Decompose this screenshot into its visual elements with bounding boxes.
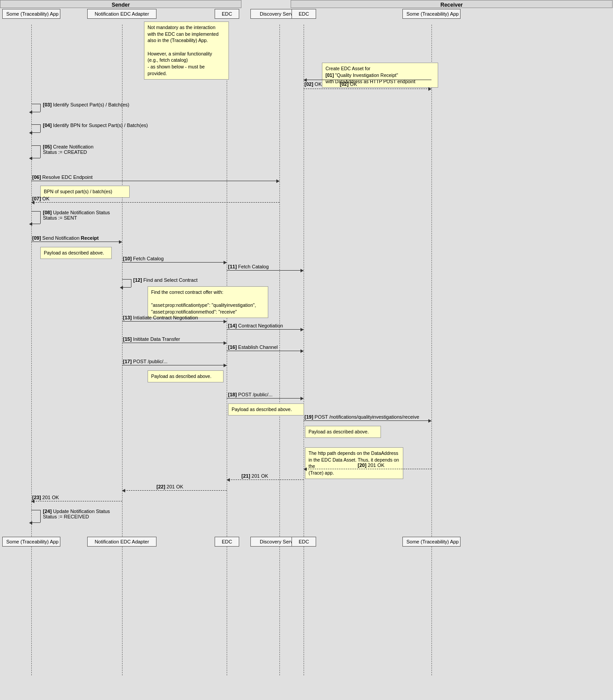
lifeline-edc2 [304,25,304,675]
label-m11: [11] Fetch Catalog [228,264,269,269]
receiver-group: Receiver [291,0,613,8]
note-payload1: Payload as described above. [40,247,112,259]
label-m02b: [02] OK [340,81,357,87]
actor-edc1-bottom: EDC [215,537,239,547]
arrow-m17 [122,365,227,365]
note-not-mandatory: Not mandatory as the interactionwith the… [144,21,229,80]
arrow-m10 [122,262,227,263]
diagram-container: Sender Receiver Some (Traceability) App … [0,0,613,700]
arrow-m14 [227,329,304,330]
label-m06: [06] Resolve EDC Endpoint [32,174,93,180]
arrow-m13 [122,321,227,322]
arrow-m19 [304,420,431,421]
label-m24: [24] Update Notification StatusStatus :=… [43,509,110,519]
arrow-m01 [304,80,431,80]
label-m12: [12] Find and Select Contract [133,277,198,283]
arrow-m23 [31,501,122,501]
actor-app2-bottom: Some (Traceability) App [402,537,461,547]
arrow-m07 [31,202,279,203]
label-m19: [19] POST /notifications/qualityinvestig… [304,414,419,420]
label-m14: [14] Contract Negotiation [228,323,283,328]
label-m08: [08] Update Notification StatusStatus :=… [43,210,110,221]
label-m10: [10] Fetch Catalog [123,256,164,261]
actor-edc1-top: EDC [215,9,239,19]
arrow-m16 [227,351,304,351]
label-m04: [04] Identify BPN for Suspect Part(s) / … [43,123,148,128]
actor-app1-bottom: Some (Traceability) App [2,537,60,547]
lifeline-app1 [31,25,32,675]
note-http-path: The http path depends on the DataAddress… [305,447,403,479]
lifeline-disc [279,25,280,675]
label-m13: [13] Intiatiate Contract Negotiation [123,315,198,320]
label-m23: [23] 201 OK [32,495,59,500]
label-m17: [17] POST /public/... [123,359,167,364]
note-contract: Find the correct contract offer with:"as… [148,286,268,318]
lifeline-app2 [431,25,432,675]
actor-edc2-top: EDC [292,9,316,19]
arrow-m11 [227,270,304,271]
label-m20: [20] 201 OK [358,462,385,468]
label-m09: [09] Send Notification Receipt [32,235,99,241]
arrow-m21 [227,479,304,480]
actor-edc2-bottom: EDC [292,537,316,547]
label-m07: [07] OK [32,196,50,201]
arrow-m15 [122,343,227,343]
label-m15: [15] Inititate Data Transfer [123,336,180,342]
actor-notif-top: Notification EDC Adapter [87,9,156,19]
note-payload3: Payload as described above. [228,403,304,416]
lifeline-edc1 [227,25,227,675]
actor-app2-top: Some (Traceability) App [402,9,461,19]
actor-notif-bottom: Notification EDC Adapter [87,537,156,547]
note-bpn: BPN of supect part(s) / batch(es) [40,186,130,198]
label-m22: [22] 201 OK [156,484,183,489]
note-create-edc-asset: Create EDC Asset for[01] "Quality Invest… [322,63,438,88]
arrow-m22 [122,490,227,491]
label-m18: [18] POST /public/... [228,392,272,397]
label-m03: [03] Identify Suspect Part(s) / Batch(es… [43,102,129,107]
note-payload4: Payload as described above. [305,426,381,438]
arrow-m18 [227,398,304,399]
label-m02: [02] OK [304,81,322,87]
actor-app1-top: Some (Traceability) App [2,9,60,19]
note-payload2: Payload as described above. [148,370,224,382]
label-m21: [21] 201 OK [241,473,268,479]
arrow-m09 [31,242,122,242]
label-m05: [05] Create NotificationStatus := CREATE… [43,144,93,155]
arrow-m20 [304,469,431,469]
sender-group: Sender [0,0,241,8]
arrow-m02 [304,89,431,89]
label-m16: [16] Establish Channel [228,344,278,350]
arrow-m06 [31,181,279,181]
